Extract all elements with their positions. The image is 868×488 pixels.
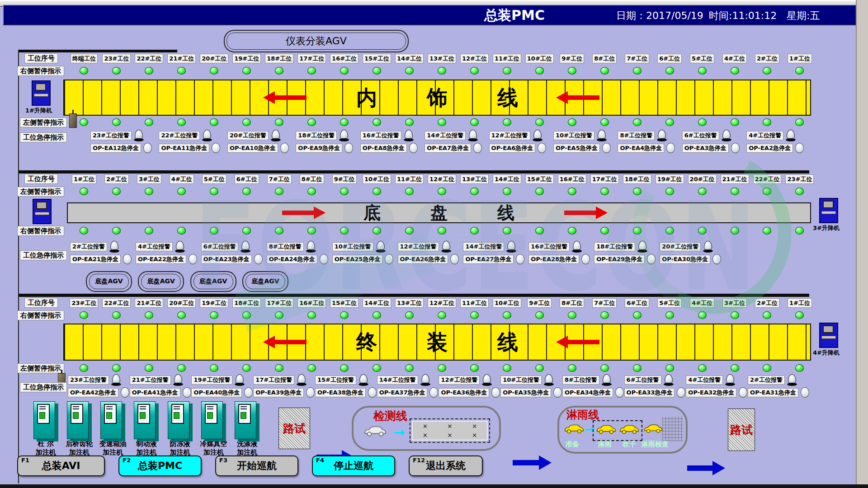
station-label[interactable]: 8#工位 xyxy=(560,298,584,308)
station-alarm-label[interactable]: 20#工位报警 xyxy=(227,131,269,140)
station-label[interactable]: 17#工位 xyxy=(590,174,619,184)
station-label[interactable]: 10#工位 xyxy=(493,298,521,308)
station-label[interactable]: 15#工位 xyxy=(330,298,359,308)
station-label[interactable]: 2#工位 xyxy=(755,54,779,63)
station-label[interactable]: 6#工位 xyxy=(625,298,649,308)
station-label[interactable]: 14#工位 xyxy=(493,174,521,184)
station-alarm-label[interactable]: 16#工位报警 xyxy=(360,131,401,140)
function-key-f2[interactable]: F2总装PMC xyxy=(118,455,202,476)
station-alarm-label[interactable]: 2#工位报警 xyxy=(70,242,107,251)
station-alarm-label[interactable]: 10#工位报警 xyxy=(500,375,542,385)
estop-box-label[interactable]: OP-EA26急停盒 xyxy=(398,255,448,264)
estop-box-label[interactable]: OP-EA24急停盒 xyxy=(267,255,317,264)
station-label[interactable]: 13#工位 xyxy=(428,54,456,63)
instrument-agv-banner[interactable]: 仪表分装AGV xyxy=(224,30,409,52)
station-label[interactable]: 20#工位 xyxy=(688,174,717,184)
station-label[interactable]: 20#工位 xyxy=(167,298,196,308)
estop-box-label[interactable]: OP-EA33急停盒 xyxy=(624,388,675,397)
station-label[interactable]: 20#工位 xyxy=(200,54,228,63)
station-label[interactable]: 5#工位 xyxy=(202,174,226,184)
station-label[interactable]: 16#工位 xyxy=(558,174,586,184)
station-alarm-label[interactable]: 17#工位报警 xyxy=(253,375,294,385)
estop-box-label[interactable]: OP-EA42急停盒 xyxy=(68,388,118,397)
station-label[interactable]: 19#工位 xyxy=(232,54,261,63)
station-label[interactable]: 4#工位 xyxy=(722,54,747,63)
station-label[interactable]: 11#工位 xyxy=(493,54,521,63)
estop-box-label[interactable]: OP-EA40急停盒 xyxy=(191,388,242,397)
station-label[interactable]: 18#工位 xyxy=(265,54,293,63)
station-label[interactable]: 6#工位 xyxy=(657,54,682,63)
station-alarm-label[interactable]: 14#工位报警 xyxy=(377,375,418,385)
station-alarm-label[interactable]: 4#工位报警 xyxy=(136,242,173,251)
chassis-agv-button[interactable]: 底盘AGV xyxy=(138,271,184,292)
station-label[interactable]: 1#工位 xyxy=(788,298,812,308)
function-key-f12[interactable]: F12退出系统 xyxy=(409,455,483,476)
estop-box-label[interactable]: OP-EA38急停盒 xyxy=(315,388,366,397)
station-label[interactable]: 17#工位 xyxy=(265,298,293,308)
station-label[interactable]: 16#工位 xyxy=(330,54,359,63)
estop-box-label[interactable]: OP-EA11急停盒 xyxy=(159,144,209,153)
station-label[interactable]: 15#工位 xyxy=(525,174,554,184)
station-alarm-label[interactable]: 19#工位报警 xyxy=(191,375,232,385)
station-label[interactable]: 1#工位 xyxy=(788,54,812,63)
station-label[interactable]: 21#工位 xyxy=(721,174,749,184)
station-alarm-label[interactable]: 2#工位报警 xyxy=(748,375,785,385)
station-label[interactable]: 23#工位 xyxy=(70,298,98,308)
station-label[interactable]: 8#工位 xyxy=(300,174,324,184)
station-label[interactable]: 5#工位 xyxy=(657,298,682,308)
station-alarm-label[interactable]: 23#工位报警 xyxy=(68,375,109,385)
station-alarm-label[interactable]: 6#工位报警 xyxy=(201,242,238,251)
station-alarm-label[interactable]: 10#工位报警 xyxy=(332,242,373,251)
station-alarm-label[interactable]: 8#工位报警 xyxy=(618,131,655,140)
estop-box-label[interactable]: OP-EA5急停盒 xyxy=(553,144,600,153)
estop-box-label[interactable]: OP-EA8急停盒 xyxy=(360,144,407,153)
station-label[interactable]: 9#工位 xyxy=(527,298,552,308)
station-label[interactable]: 14#工位 xyxy=(363,298,391,308)
estop-box-label[interactable]: OP-EA25急停盒 xyxy=(332,255,383,264)
function-key-f4[interactable]: F4停止巡航 xyxy=(312,455,395,476)
station-alarm-label[interactable]: 12#工位报警 xyxy=(398,242,439,251)
station-alarm-label[interactable]: 6#工位报警 xyxy=(624,375,661,385)
function-key-f1[interactable]: F1总装AVI xyxy=(17,455,105,476)
station-alarm-label[interactable]: 10#工位报警 xyxy=(553,131,594,140)
estop-box-label[interactable]: OP-EA12急停盒 xyxy=(90,144,141,153)
road-test-box-right[interactable]: 路试 xyxy=(728,408,755,451)
estop-box-label[interactable]: OP-EA39急停盒 xyxy=(253,388,304,397)
station-label[interactable]: 7#工位 xyxy=(592,298,617,308)
station-alarm-label[interactable]: 20#工位报警 xyxy=(660,242,701,251)
station-label[interactable]: 7#工位 xyxy=(267,174,292,184)
station-label[interactable]: 12#工位 xyxy=(428,174,456,184)
estop-box-label[interactable]: OP-EA21急停盒 xyxy=(70,255,121,264)
station-label[interactable]: 21#工位 xyxy=(135,298,163,308)
estop-box-label[interactable]: OP-EA3急停盒 xyxy=(682,144,729,153)
station-label[interactable]: 6#工位 xyxy=(235,174,259,184)
station-alarm-label[interactable]: 21#工位报警 xyxy=(130,375,171,385)
station-label[interactable]: 5#工位 xyxy=(690,54,714,63)
station-alarm-label[interactable]: 6#工位报警 xyxy=(682,131,719,140)
station-alarm-label[interactable]: 14#工位报警 xyxy=(463,242,504,251)
estop-box-label[interactable]: OP-EA9急停盒 xyxy=(296,144,342,153)
station-label[interactable]: 12#工位 xyxy=(460,54,489,63)
station-label[interactable]: 2#工位 xyxy=(104,174,129,184)
station-label[interactable]: 13#工位 xyxy=(395,298,424,308)
estop-box-label[interactable]: OP-EA4急停盒 xyxy=(618,144,664,153)
station-label[interactable]: 22#工位 xyxy=(102,298,131,308)
station-label[interactable]: 18#工位 xyxy=(623,174,651,184)
chassis-agv-button[interactable]: 底盘AGV xyxy=(190,271,236,292)
station-alarm-label[interactable]: 8#工位报警 xyxy=(562,375,599,385)
chassis-agv-button[interactable]: 底盘AGV xyxy=(242,271,288,292)
station-label[interactable]: 21#工位 xyxy=(167,54,196,63)
estop-box-label[interactable]: OP-EA32急停盒 xyxy=(686,388,736,397)
station-label[interactable]: 8#工位 xyxy=(592,54,617,63)
station-label[interactable]: 22#工位 xyxy=(753,174,782,184)
station-label[interactable]: 4#工位 xyxy=(690,298,714,308)
estop-box-label[interactable]: OP-EA22急停盒 xyxy=(136,255,186,264)
estop-box-label[interactable]: OP-EA27急停盒 xyxy=(463,255,514,264)
station-label[interactable]: 终端工位 xyxy=(71,54,98,63)
station-alarm-label[interactable]: 12#工位报警 xyxy=(439,375,480,385)
station-alarm-label[interactable]: 22#工位报警 xyxy=(159,131,200,140)
station-alarm-label[interactable]: 18#工位报警 xyxy=(594,242,635,251)
station-label[interactable]: 23#工位 xyxy=(785,174,814,184)
station-alarm-label[interactable]: 14#工位报警 xyxy=(425,131,466,140)
estop-box-label[interactable]: OP-EA31急停盒 xyxy=(748,388,798,397)
